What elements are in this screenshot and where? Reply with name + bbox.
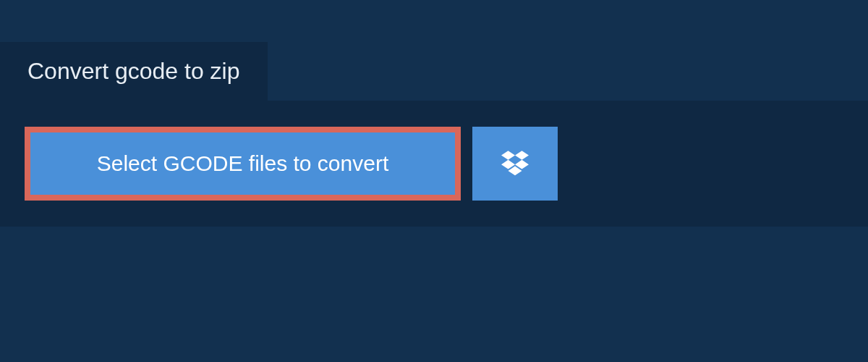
page-title: Convert gcode to zip [27,58,240,85]
select-files-button[interactable]: Select GCODE files to convert [25,127,461,201]
header-tab: Convert gcode to zip [0,42,268,101]
dropbox-button[interactable] [472,127,558,201]
select-files-label: Select GCODE files to convert [97,151,388,176]
upload-panel: Select GCODE files to convert [0,101,868,227]
dropbox-icon [501,148,529,179]
button-row: Select GCODE files to convert [25,127,843,201]
